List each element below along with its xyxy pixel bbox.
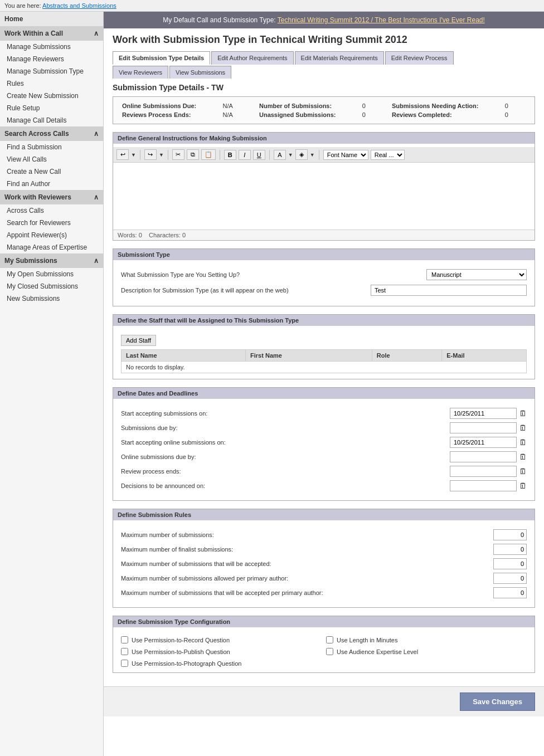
checkbox-permission-photograph[interactable]	[121, 660, 128, 667]
rule-input-3[interactable]	[493, 573, 527, 584]
toolbar-sep3	[220, 150, 220, 160]
tab-view-submissions[interactable]: View Submissions	[169, 66, 231, 79]
sidebar-section-work-within-call[interactable]: Work Within a Call ∧	[0, 26, 103, 41]
rule-input-2[interactable]	[493, 558, 527, 569]
sidebar-item-appoint-reviewers[interactable]: Appoint Reviewer(s)	[0, 229, 103, 241]
config-checkbox-0: Use Permission-to-Record Question	[121, 636, 322, 643]
tab-view-reviewers[interactable]: View Reviewers	[113, 66, 168, 79]
staff-no-records: No records to display.	[122, 362, 527, 373]
calendar-icon-5[interactable]: 🗓	[519, 481, 527, 490]
toolbar-sep1	[140, 150, 140, 160]
checkbox-permission-record[interactable]	[121, 636, 128, 643]
sidebar-item-find-author[interactable]: Find an Author	[0, 178, 103, 190]
undo-btn[interactable]: ↩	[116, 149, 129, 160]
redo-btn[interactable]: ↪	[144, 149, 157, 160]
toolbar-sep2	[168, 150, 168, 160]
rule-label-3: Maximum number of submissions allowed pe…	[121, 575, 493, 582]
stats-box: Online Submissions Due: N/A Number of Su…	[113, 96, 535, 124]
editor-text-area[interactable]	[113, 163, 535, 230]
sidebar-item-across-calls[interactable]: Across Calls	[0, 204, 103, 217]
rule-input-0[interactable]	[493, 529, 527, 540]
save-changes-button[interactable]: Save Changes	[460, 692, 535, 711]
stat-reviews-completed-label: Reviews Completed:	[392, 111, 496, 118]
sidebar-item-manage-call-details[interactable]: Manage Call Details	[0, 114, 103, 126]
checkbox-use-length[interactable]	[326, 636, 333, 643]
staff-col-role: Role	[372, 350, 441, 362]
description-input[interactable]	[371, 285, 527, 296]
sidebar: Home Work Within a Call ∧ Manage Submiss…	[0, 12, 104, 756]
date-input-2[interactable]	[450, 437, 517, 448]
sidebar-item-manage-submissions[interactable]: Manage Submissions	[0, 41, 103, 53]
sidebar-item-search-for-reviewers[interactable]: Search for Reviewers	[0, 217, 103, 229]
checkbox-permission-publish[interactable]	[121, 648, 128, 655]
stat-reviews-ends-label: Reviews Process Ends:	[122, 111, 213, 118]
date-input-3[interactable]	[450, 451, 517, 462]
sidebar-home[interactable]: Home	[0, 12, 103, 26]
italic-btn[interactable]: I	[239, 150, 251, 160]
calendar-icon-0[interactable]: 🗓	[519, 409, 527, 418]
tab-edit-review-process[interactable]: Edit Review Process	[385, 51, 454, 65]
general-instructions-editor: Define General Instructions for Making S…	[113, 132, 535, 241]
sidebar-item-rules[interactable]: Rules	[0, 77, 103, 90]
submission-type-select[interactable]: Manuscript Abstract Paper Poster	[426, 269, 527, 280]
sidebar-item-manage-reviewers[interactable]: Manage Reviewers	[0, 53, 103, 65]
rule-input-4[interactable]	[493, 587, 527, 598]
calendar-icon-2[interactable]: 🗓	[519, 438, 527, 447]
stat-online-due-label: Online Submissions Due:	[122, 103, 213, 109]
add-staff-button[interactable]: Add Staff	[121, 335, 156, 346]
breadcrumb-link[interactable]: Abstracts and Submissions	[42, 2, 116, 9]
save-bar: Save Changes	[104, 686, 544, 716]
dates-section: Define Dates and Deadlines Start accepti…	[113, 387, 535, 501]
rule-input-1[interactable]	[493, 544, 527, 555]
sidebar-item-my-closed-submissions[interactable]: My Closed Submissions	[0, 280, 103, 292]
tab-edit-materials-requirements[interactable]: Edit Materials Requirements	[295, 51, 384, 65]
bold-btn[interactable]: B	[224, 150, 236, 160]
submission-type-section: Submissiont Type What Submission Type ar…	[113, 248, 535, 306]
calendar-icon-4[interactable]: 🗓	[519, 467, 527, 476]
copy-btn[interactable]: ⧉	[187, 149, 199, 160]
cut-btn[interactable]: ✂	[172, 149, 184, 160]
sidebar-item-view-all-calls[interactable]: View All Calls	[0, 153, 103, 165]
sidebar-item-create-new-submission[interactable]: Create New Submission	[0, 90, 103, 102]
submission-type-label: What Submission Type are You Setting Up?	[121, 271, 426, 278]
date-input-0[interactable]	[450, 408, 517, 419]
sidebar-section-work-with-reviewers[interactable]: Work with Reviewers ∧	[0, 190, 103, 204]
toolbar-fontcolor-arrow[interactable]: ▼	[288, 152, 293, 158]
font-color-btn[interactable]: A	[274, 150, 286, 160]
default-call-link[interactable]: Technical Writing Summit 2012 / The Best…	[278, 16, 485, 24]
sidebar-item-create-new-call[interactable]: Create a New Call	[0, 165, 103, 178]
tab-edit-submission-type[interactable]: Edit Submission Type Details	[113, 51, 210, 65]
underline-btn[interactable]: U	[253, 150, 265, 160]
staff-section-header: Define the Staff that will be Assigned t…	[113, 315, 535, 326]
paste-btn[interactable]: 📋	[201, 149, 216, 160]
checkbox-label-4: Use Audience Expertise Level	[337, 648, 418, 655]
sidebar-section-search-across-calls[interactable]: Search Across Calls ∧	[0, 126, 103, 141]
sidebar-item-find-submission[interactable]: Find a Submission	[0, 141, 103, 153]
font-size-select[interactable]: Real ...	[371, 150, 405, 160]
checkbox-label-3: Use Length in Minutes	[337, 637, 397, 643]
highlight-btn[interactable]: ◈	[295, 149, 308, 160]
description-label: Description for Submission Type (as it w…	[121, 287, 371, 294]
sidebar-item-manage-areas-expertise[interactable]: Manage Areas of Expertise	[0, 241, 103, 253]
sidebar-item-new-submissions[interactable]: New Submissions	[0, 292, 103, 305]
date-input-1[interactable]	[450, 422, 517, 433]
font-name-select[interactable]: Font Name	[323, 150, 368, 160]
sidebar-item-my-open-submissions[interactable]: My Open Submissions	[0, 268, 103, 280]
sidebar-item-rule-setup[interactable]: Rule Setup	[0, 102, 103, 114]
words-label: Words:	[118, 232, 137, 238]
sidebar-section-my-submissions[interactable]: My Submissions ∧	[0, 253, 103, 268]
calendar-icon-3[interactable]: 🗓	[519, 452, 527, 461]
default-call-bar: My Default Call and Submission Type: Tec…	[104, 12, 544, 28]
checkbox-label-0: Use Permission-to-Record Question	[132, 637, 230, 643]
date-input-5[interactable]	[450, 480, 517, 491]
checkbox-use-audience[interactable]	[326, 648, 333, 655]
toolbar-highlight-arrow[interactable]: ▼	[310, 152, 315, 158]
calendar-icon-1[interactable]: 🗓	[519, 423, 527, 432]
stat-unassigned-label: Unassigned Submissions:	[259, 111, 353, 118]
tab-edit-author-requirements[interactable]: Edit Author Requirements	[211, 51, 293, 65]
sidebar-item-manage-submission-type[interactable]: Manage Submission Type	[0, 65, 103, 77]
rule-label-0: Maximum number of submissions:	[121, 531, 493, 538]
staff-section: Define the Staff that will be Assigned t…	[113, 314, 535, 379]
date-input-4[interactable]	[450, 466, 517, 477]
characters-label: Characters:	[149, 232, 181, 238]
